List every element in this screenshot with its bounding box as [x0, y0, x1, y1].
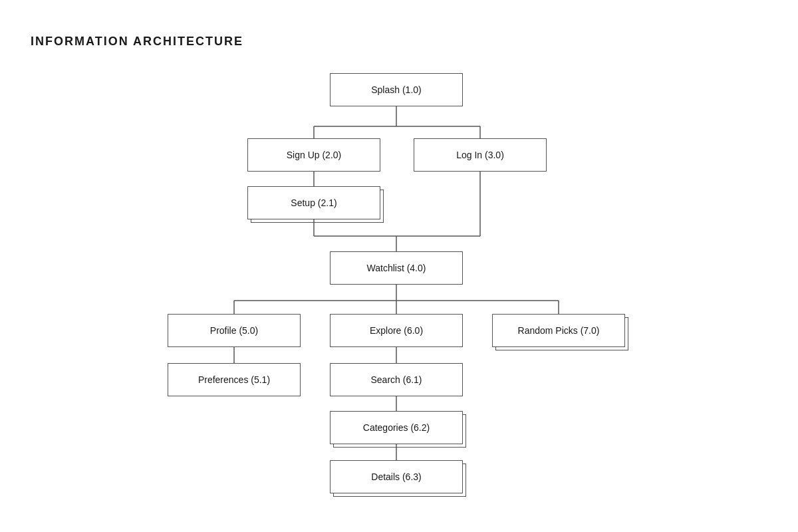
node-watchlist: Watchlist (4.0) — [330, 251, 463, 285]
node-randompicks: Random Picks (7.0) — [492, 314, 625, 347]
node-preferences: Preferences (5.1) — [168, 363, 301, 396]
node-signup: Sign Up (2.0) — [247, 138, 380, 172]
node-splash: Splash (1.0) — [330, 73, 463, 106]
diagram: Splash (1.0)Sign Up (2.0)Log In (3.0)Set… — [0, 0, 798, 532]
node-profile: Profile (5.0) — [168, 314, 301, 347]
node-setup: Setup (2.1) — [247, 186, 380, 219]
node-categories: Categories (6.2) — [330, 411, 463, 444]
node-search: Search (6.1) — [330, 363, 463, 396]
node-login: Log In (3.0) — [414, 138, 547, 172]
node-details: Details (6.3) — [330, 460, 463, 493]
node-explore: Explore (6.0) — [330, 314, 463, 347]
